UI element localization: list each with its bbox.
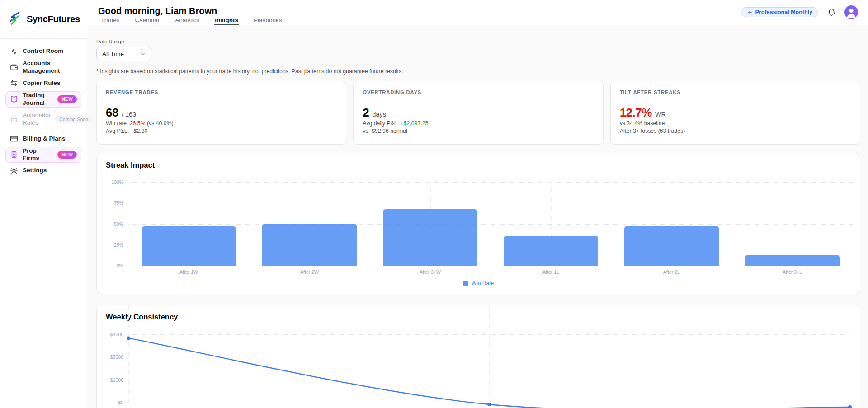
sidebar-item-control-room[interactable]: Control Room — [5, 43, 81, 59]
user-avatar[interactable] — [844, 5, 858, 19]
chevron-down-icon — [141, 52, 145, 56]
y-axis-tick: $1500 — [97, 377, 123, 383]
plan-badge-label: Professional Monthly — [755, 9, 812, 15]
open-book-icon — [10, 95, 18, 103]
gridline — [793, 182, 793, 266]
notifications-button[interactable] — [825, 5, 838, 19]
card-title: TILT AFTER STREAKS — [620, 89, 851, 95]
win-rate-bar — [745, 255, 839, 266]
win-rate-bar — [383, 209, 477, 266]
sidebar-item-prop-firms[interactable]: Prop Firms NEW — [5, 147, 81, 163]
date-range-filter: Date Range All Time — [96, 39, 860, 61]
y-axis-tick: 0% — [97, 263, 123, 268]
win-rate-bar — [624, 226, 718, 266]
gridline — [128, 224, 853, 225]
sidebar-item-label: Automator Rules — [23, 112, 51, 127]
weekly-line-svg — [128, 305, 850, 408]
y-axis-tick: 50% — [97, 221, 123, 227]
sidebar-item-label: Billing & Plans — [23, 135, 77, 143]
main-area: Good morning, Liam Brown Professional Mo… — [87, 0, 868, 408]
card-detail-line: After 3+ losses (63 trades) — [620, 127, 851, 135]
sidebar-item-label: Settings — [23, 167, 77, 174]
tab-insights[interactable]: Insights — [214, 19, 239, 25]
tab-bar: Trades Calendar Analytics Insights Playb… — [100, 19, 283, 25]
new-badge: NEW — [57, 151, 77, 159]
brand-name: SyncFutures — [27, 14, 80, 24]
x-axis-tick: After 2L — [642, 269, 701, 275]
data-point — [848, 405, 852, 408]
tab-playbooks[interactable]: Playbooks — [253, 19, 283, 25]
x-axis-tick: After 3+L — [763, 269, 822, 275]
sidebar-item-automator-rules: Automator Rules Coming Soon — [5, 108, 81, 131]
win-rate-bar — [262, 224, 356, 266]
sidebar-item-accounts-management[interactable]: Accounts Management — [5, 59, 81, 75]
x-axis-tick: After 2W — [280, 269, 339, 275]
streak-plot: After 1WAfter 2WAfter 3+WAfter 1LAfter 2… — [128, 182, 853, 266]
insight-cards-row: REVENGE TRADES 68 / 163 Win rate: 26.5% … — [96, 81, 860, 145]
robot-icon — [10, 115, 18, 123]
swap-arrows-icon — [10, 79, 18, 87]
building-icon — [10, 150, 18, 159]
data-point — [127, 336, 130, 340]
win-rate-bar — [142, 226, 236, 266]
x-axis-tick: After 3+W — [401, 269, 460, 275]
brand-logo[interactable]: SyncFutures — [0, 0, 87, 39]
card-detail-line: vs 34.4% baseline — [620, 120, 851, 127]
sidebar-item-copier-rules[interactable]: Copier Rules — [5, 75, 81, 91]
card-value-suffix: WR — [655, 111, 666, 118]
sidebar-item-trading-journal[interactable]: Trading Journal NEW — [5, 91, 81, 108]
chart-legend: Win Rate — [97, 280, 860, 286]
insights-disclaimer: * Insights are based on statistical patt… — [96, 68, 860, 75]
date-range-label: Date Range — [96, 39, 860, 44]
tab-trades[interactable]: Trades — [100, 19, 121, 25]
card-value-suffix: / 163 — [122, 111, 136, 118]
gridline — [128, 203, 853, 203]
win-rate-bar — [504, 236, 598, 266]
card-detail-line: Avg daily P&L: +$2,097.25 — [363, 120, 594, 127]
coming-soon-badge: Coming Soon — [55, 115, 92, 123]
tab-analytics[interactable]: Analytics — [174, 19, 200, 25]
gridline — [128, 245, 853, 245]
y-axis-tick: 25% — [97, 242, 123, 248]
card-detail-line: Win rate: 26.5% (vs 40.0%) — [106, 120, 337, 127]
card-detail-line: vs -$92.96 normal — [363, 127, 594, 135]
card-value: 2 — [363, 106, 369, 120]
card-detail-line: Avg P&L: +$2.80 — [106, 127, 337, 135]
plan-badge: Professional Monthly — [741, 7, 818, 17]
sidebar-item-label: Accounts Management — [23, 60, 77, 75]
sidebar-nav: Control Room Accounts Management Copier … — [0, 39, 87, 178]
y-axis-tick: 75% — [97, 200, 123, 206]
weekly-consistency-panel: Weekly Consistency $4500$3000$1500$0 — [96, 305, 860, 408]
sidebar-item-label: Control Room — [23, 47, 77, 55]
y-axis-tick: $0 — [97, 400, 123, 405]
data-point — [487, 403, 491, 406]
sidebar: SyncFutures Control Room Accounts Manage… — [0, 0, 87, 408]
card-value-suffix: days — [372, 111, 386, 118]
activity-icon — [10, 47, 18, 56]
card-value: 68 — [106, 106, 118, 120]
syncfutures-logo-icon — [8, 12, 22, 27]
credit-card-icon — [10, 135, 18, 143]
date-range-value: All Time — [102, 51, 141, 57]
card-title: REVENGE TRADES — [106, 89, 337, 95]
top-header: Good morning, Liam Brown Professional Mo… — [87, 0, 868, 25]
card-value: 12.7% — [620, 106, 652, 120]
tab-calendar[interactable]: Calendar — [134, 19, 161, 25]
y-axis-tick: 100% — [97, 179, 123, 185]
gear-icon — [10, 167, 18, 175]
card-title: OVERTRADING DAYS — [363, 89, 594, 95]
x-axis-tick: After 1L — [522, 269, 580, 275]
y-axis-tick: $4500 — [97, 332, 123, 337]
card-tilt-after-streaks: TILT AFTER STREAKS 12.7% WR vs 34.4% bas… — [610, 81, 860, 145]
wallet-icon — [10, 63, 18, 71]
date-range-select[interactable]: All Time — [96, 47, 151, 61]
weekly-plot — [128, 305, 850, 408]
legend-swatch — [463, 281, 468, 286]
new-badge: NEW — [57, 95, 77, 103]
sidebar-item-settings[interactable]: Settings — [5, 163, 81, 178]
baseline-dashed-line — [128, 237, 853, 237]
sidebar-item-billing-plans[interactable]: Billing & Plans — [5, 131, 81, 147]
sidebar-item-label: Trading Journal — [23, 92, 53, 107]
x-axis-tick: After 1W — [160, 269, 218, 275]
streak-impact-title: Streak Impact — [106, 161, 155, 169]
